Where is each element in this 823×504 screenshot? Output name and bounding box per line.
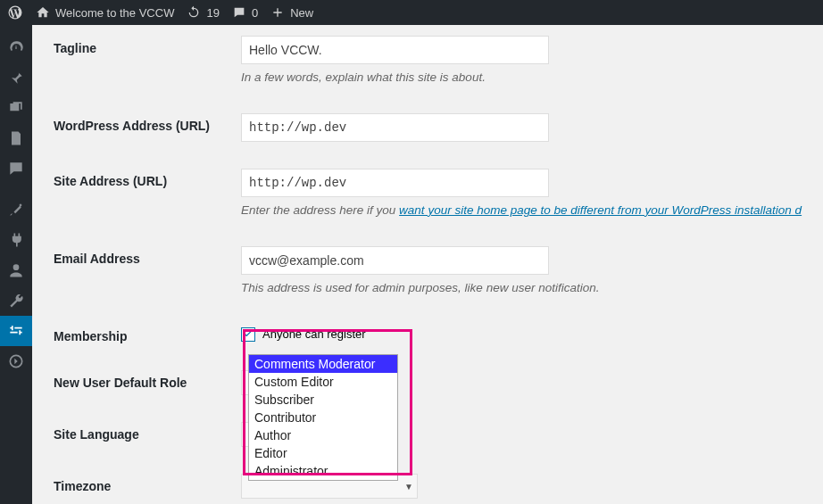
link-site-address-help[interactable]: want your site home page to be different… (399, 203, 802, 217)
row-tagline: Tagline In a few words, explain what thi… (54, 25, 823, 103)
site-title-label: Welcome to the VCCW (55, 6, 174, 20)
label-wp-address: WordPress Address (URL) (54, 113, 241, 133)
label-default-role: New User Default Role (54, 370, 241, 390)
role-option[interactable]: Editor (249, 444, 397, 462)
row-site-language: Site Language ▼ (54, 411, 823, 463)
user-icon (7, 261, 25, 279)
admin-sidebar (0, 25, 32, 504)
admin-top-bar: Welcome to the VCCW 19 0 New (0, 0, 823, 25)
comment-icon (232, 5, 246, 20)
row-email: Email Address This address is used for a… (54, 235, 823, 313)
pin-icon (7, 69, 25, 87)
desc-email: This address is used for admin purposes,… (241, 280, 823, 297)
role-option[interactable]: Custom Editor (249, 373, 397, 391)
refresh-icon (187, 5, 201, 20)
sidebar-item-dashboard[interactable] (0, 32, 32, 62)
brush-icon (7, 201, 25, 219)
role-option[interactable]: Comments Moderator (249, 355, 397, 373)
row-wp-address: WordPress Address (URL) (54, 103, 823, 158)
sliders-icon (7, 322, 25, 340)
sidebar-item-users[interactable] (0, 255, 32, 285)
sidebar-item-pages[interactable] (0, 123, 32, 153)
label-email: Email Address (54, 246, 241, 266)
updates-count: 19 (206, 6, 219, 20)
label-membership: Membership (54, 324, 241, 343)
listbox-default-role[interactable]: Comments ModeratorCustom EditorSubscribe… (248, 354, 398, 481)
settings-general-form: Tagline In a few words, explain what thi… (32, 25, 823, 504)
sidebar-item-appearance[interactable] (0, 194, 32, 225)
dashboard-icon (7, 38, 25, 56)
comments-count: 0 (252, 6, 258, 20)
updates-link[interactable]: 19 (187, 5, 219, 20)
label-site-address: Site Address (URL) (54, 169, 241, 188)
plugin-icon (7, 231, 25, 249)
label-timezone: Timezone (54, 474, 241, 493)
row-membership: Membership Anyone can register (54, 313, 823, 359)
wrench-icon (7, 292, 25, 310)
checkmark-icon (241, 327, 255, 342)
sidebar-item-comments[interactable] (0, 153, 32, 184)
checkbox-anyone-can-register[interactable]: Anyone can register (241, 324, 823, 342)
new-label: New (290, 6, 313, 20)
input-site-address[interactable] (241, 169, 549, 197)
sidebar-item-tools[interactable] (0, 285, 32, 316)
label-site-language: Site Language (54, 422, 241, 442)
home-icon (36, 5, 50, 20)
site-link[interactable]: Welcome to the VCCW (36, 5, 174, 20)
sidebar-item-posts[interactable] (0, 62, 32, 93)
label-tagline: Tagline (54, 36, 241, 55)
media-icon (7, 99, 25, 117)
wp-logo-menu[interactable] (7, 4, 23, 21)
comment-bubble-icon (7, 160, 25, 178)
sidebar-item-media[interactable] (0, 93, 32, 123)
input-wp-address[interactable] (241, 113, 549, 142)
role-option[interactable]: Subscriber (249, 391, 397, 409)
plus-icon (270, 5, 285, 20)
collapse-icon (7, 352, 25, 370)
comments-link[interactable]: 0 (232, 5, 258, 20)
wordpress-logo-icon (7, 4, 23, 21)
role-option[interactable]: Administrator (249, 462, 397, 480)
input-tagline[interactable] (241, 36, 549, 64)
role-option[interactable]: Author (249, 426, 397, 444)
sidebar-item-settings[interactable] (0, 316, 32, 346)
page-icon (7, 129, 25, 147)
sidebar-item-plugins[interactable] (0, 225, 32, 255)
checkbox-label: Anyone can register (262, 327, 366, 341)
desc-tagline: In a few words, explain what this site i… (241, 70, 823, 87)
caret-down-icon: ▼ (404, 481, 413, 491)
row-default-role: New User Default Role Comments Moderator… (54, 359, 823, 411)
row-timezone: Timezone ▼ Choose either a city in the s… (54, 463, 823, 504)
role-option[interactable]: Contributor (249, 409, 397, 426)
sidebar-item-collapse[interactable] (0, 346, 32, 376)
new-content-link[interactable]: New (270, 5, 313, 20)
input-email[interactable] (241, 246, 549, 275)
desc-site-address: Enter the address here if you want your … (241, 202, 823, 219)
desc-site-address-pre: Enter the address here if you (241, 203, 399, 217)
row-site-address: Site Address (URL) Enter the address her… (54, 158, 823, 235)
